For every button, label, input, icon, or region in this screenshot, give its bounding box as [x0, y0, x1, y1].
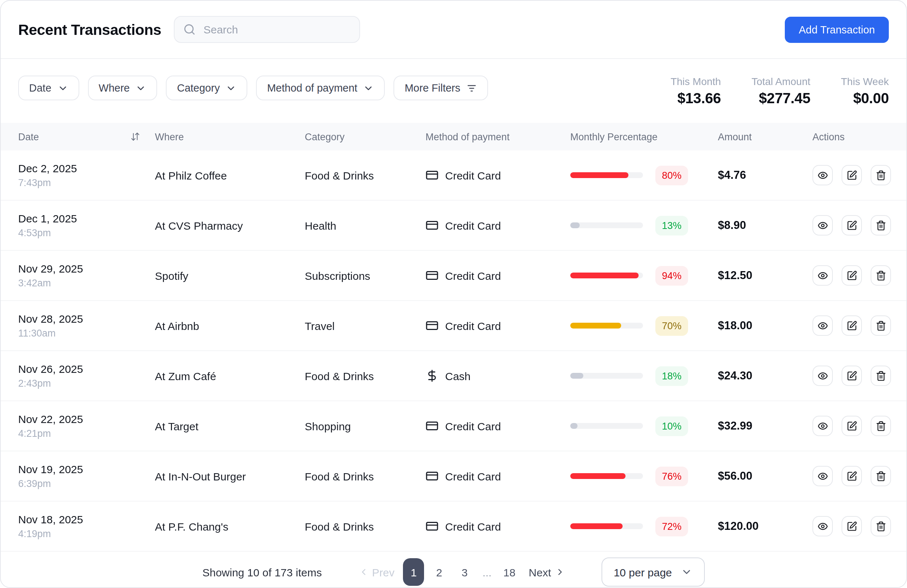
transaction-time: 2:43pm	[18, 378, 155, 389]
where-cell: At Zum Café	[155, 369, 305, 382]
sort-button[interactable]	[130, 131, 140, 142]
payment-method-label: Credit Card	[445, 269, 501, 282]
view-button[interactable]	[812, 165, 833, 185]
where-cell: At In-N-Out Burger	[155, 470, 305, 482]
progress-bar	[570, 222, 643, 228]
chevron-down-icon	[136, 83, 147, 93]
progress-fill	[570, 473, 625, 479]
amount-cell: $12.50	[718, 269, 812, 282]
date-cell: Dec 1, 20254:53pm	[18, 212, 155, 238]
transaction-date: Nov 19, 2025	[18, 463, 155, 475]
column-header-category: Category	[305, 131, 426, 142]
filter-category-button[interactable]: Category	[166, 75, 248, 100]
where-cell: Spotify	[155, 269, 305, 282]
delete-button[interactable]	[871, 165, 891, 185]
more-filters-button[interactable]: More Filters	[394, 75, 488, 100]
prev-page-button[interactable]: Prev	[354, 558, 399, 586]
progress-fill	[570, 373, 583, 379]
delete-button[interactable]	[871, 315, 891, 336]
delete-button[interactable]	[871, 516, 891, 536]
showing-count: Showing 10 of 173 items	[202, 566, 322, 578]
filter-date-button[interactable]: Date	[18, 75, 79, 100]
search-input[interactable]	[202, 22, 350, 36]
add-transaction-button[interactable]: Add Transaction	[785, 16, 889, 43]
edit-button[interactable]	[841, 516, 862, 536]
page-button-2[interactable]: 2	[429, 558, 450, 586]
edit-button[interactable]	[841, 315, 862, 336]
stat-value: $0.00	[841, 90, 889, 107]
view-button[interactable]	[812, 315, 833, 336]
transaction-date: Dec 2, 2025	[18, 162, 155, 174]
edit-button[interactable]	[841, 366, 862, 386]
square-pen-icon	[847, 321, 857, 331]
stat-label: This Week	[841, 75, 889, 87]
payment-cell: Credit Card	[426, 470, 570, 483]
edit-button[interactable]	[841, 416, 862, 436]
column-header-percentage: Monthly Percentage	[570, 131, 718, 142]
payment-method-label: Credit Card	[445, 520, 501, 532]
amount-cell: $18.00	[718, 319, 812, 332]
monthly-percentage-cell: 72%	[570, 516, 718, 536]
transaction-date: Nov 28, 2025	[18, 313, 155, 325]
table-header-row: Date Where Category Method of payment Mo…	[1, 123, 906, 150]
view-button[interactable]	[812, 516, 833, 536]
progress-fill	[570, 222, 580, 228]
filter-label: Method of payment	[267, 82, 357, 94]
trash-icon	[876, 270, 886, 281]
filter-payment-method-button[interactable]: Method of payment	[256, 75, 385, 100]
progress-bar	[570, 473, 643, 479]
edit-button[interactable]	[841, 215, 862, 235]
payment-method-label: Credit Card	[445, 169, 501, 181]
payment-cell: Credit Card	[426, 269, 570, 282]
filter-label: Date	[29, 82, 51, 94]
progress-fill	[570, 172, 628, 178]
search-box[interactable]	[173, 16, 360, 43]
transaction-time: 6:39pm	[18, 478, 155, 489]
actions-cell	[812, 466, 891, 486]
page-button-18[interactable]: 18	[499, 558, 520, 586]
view-button[interactable]	[812, 416, 833, 436]
category-cell: Shopping	[305, 420, 426, 432]
next-page-button[interactable]: Next	[524, 558, 569, 586]
transaction-time: 4:53pm	[18, 227, 155, 238]
delete-button[interactable]	[871, 215, 891, 235]
square-pen-icon	[847, 270, 857, 281]
chevron-right-icon	[554, 567, 565, 577]
eye-icon	[817, 321, 828, 331]
delete-button[interactable]	[871, 366, 891, 386]
view-button[interactable]	[812, 265, 833, 286]
view-button[interactable]	[812, 215, 833, 235]
table-body: Dec 2, 20257:43pmAt Philz CoffeeFood & D…	[1, 150, 906, 552]
page-buttons: 123...18	[403, 558, 520, 586]
next-label: Next	[529, 566, 551, 578]
edit-button[interactable]	[841, 466, 862, 486]
delete-button[interactable]	[871, 466, 891, 486]
view-button[interactable]	[812, 466, 833, 486]
table-row: Nov 26, 20252:43pmAt Zum CaféFood & Drin…	[1, 351, 906, 401]
filter-where-button[interactable]: Where	[88, 75, 157, 100]
where-cell: At Philz Coffee	[155, 169, 305, 181]
table-row: Nov 18, 20254:19pmAt P.F. Chang'sFood & …	[1, 502, 906, 552]
trash-icon	[876, 471, 886, 481]
header: Recent Transactions Add Transaction	[1, 1, 906, 59]
per-page-select[interactable]: 10 per page	[601, 558, 704, 586]
trash-icon	[876, 421, 886, 431]
delete-button[interactable]	[871, 416, 891, 436]
page-button-1[interactable]: 1	[403, 558, 425, 586]
delete-button[interactable]	[871, 265, 891, 286]
edit-button[interactable]	[841, 265, 862, 286]
payment-method-label: Credit Card	[445, 219, 501, 232]
actions-cell	[812, 265, 891, 286]
edit-button[interactable]	[841, 165, 862, 185]
percentage-badge: 10%	[655, 416, 688, 436]
actions-cell	[812, 315, 891, 336]
view-button[interactable]	[812, 366, 833, 386]
transaction-time: 4:21pm	[18, 428, 155, 439]
credit-card-icon	[426, 169, 439, 182]
date-cell: Dec 2, 20257:43pm	[18, 162, 155, 188]
eye-icon	[817, 270, 828, 281]
category-cell: Health	[305, 219, 426, 232]
payment-method-label: Credit Card	[445, 470, 501, 482]
page-button-3[interactable]: 3	[454, 558, 475, 586]
progress-bar	[570, 323, 643, 329]
